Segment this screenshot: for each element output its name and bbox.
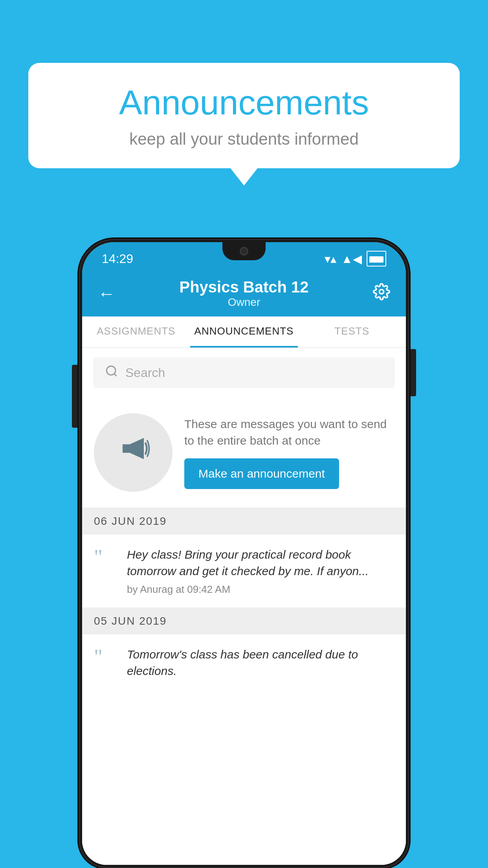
quote-icon-2: "	[94, 649, 117, 666]
announcement-text-2: Tomorrow's class has been cancelled due …	[127, 646, 394, 679]
content-area: Search	[82, 348, 406, 865]
status-icons: ▾▴ ▲◀	[325, 251, 386, 267]
announcement-author-1: by Anurag at 09:42 AM	[127, 583, 394, 596]
date-header-1: 06 JUN 2019	[82, 508, 406, 535]
announcement-item-2: " Tomorrow's class has been cancelled du…	[82, 634, 406, 695]
promo-content: These are messages you want to send to t…	[184, 416, 394, 489]
promo-description: These are messages you want to send to t…	[184, 416, 394, 449]
phone-frame: 14:29 ▾▴ ▲◀ ← Physics Batch 12 Owner	[79, 239, 409, 868]
announcement-text-1: Hey class! Bring your practical record b…	[127, 546, 394, 579]
promo-section: These are messages you want to send to t…	[82, 397, 406, 508]
front-camera	[240, 247, 248, 256]
quote-icon-1: "	[94, 549, 117, 566]
svg-marker-4	[130, 438, 144, 459]
svg-line-2	[114, 374, 117, 376]
settings-icon[interactable]	[373, 283, 390, 304]
bubble-title: Announcements	[52, 83, 436, 123]
tab-announcements[interactable]: ANNOUNCEMENTS	[190, 316, 298, 348]
search-bar[interactable]: Search	[93, 357, 395, 388]
search-placeholder: Search	[125, 366, 165, 380]
date-header-2: 05 JUN 2019	[82, 608, 406, 634]
speech-bubble-section: Announcements keep all your students inf…	[28, 63, 460, 168]
make-announcement-button[interactable]: Make an announcement	[184, 458, 339, 489]
announcement-item-1: " Hey class! Bring your practical record…	[82, 535, 406, 608]
announcement-content-2: Tomorrow's class has been cancelled due …	[127, 646, 394, 683]
app-bar: ← Physics Batch 12 Owner	[82, 270, 406, 316]
speech-bubble: Announcements keep all your students inf…	[28, 63, 460, 168]
bubble-subtitle: keep all your students informed	[52, 130, 436, 149]
back-button[interactable]: ←	[98, 284, 115, 303]
announcement-content-1: Hey class! Bring your practical record b…	[127, 546, 394, 596]
promo-icon-circle	[94, 413, 172, 492]
search-icon	[105, 364, 118, 381]
search-container: Search	[82, 348, 406, 397]
megaphone-icon	[116, 431, 151, 474]
svg-point-1	[106, 366, 116, 375]
tabs-bar: ASSIGNMENTS ANNOUNCEMENTS TESTS	[82, 316, 406, 348]
phone-notch	[222, 242, 266, 260]
status-time: 14:29	[102, 252, 133, 266]
wifi-icon: ▾▴	[325, 252, 336, 266]
app-bar-title-section: Physics Batch 12 Owner	[115, 278, 373, 309]
svg-marker-3	[123, 444, 130, 453]
battery-icon	[367, 251, 386, 267]
signal-icon: ▲◀	[341, 252, 362, 266]
svg-point-0	[380, 289, 384, 294]
tab-assignments[interactable]: ASSIGNMENTS	[82, 316, 190, 348]
phone-screen: 14:29 ▾▴ ▲◀ ← Physics Batch 12 Owner	[82, 242, 406, 865]
tab-tests[interactable]: TESTS	[298, 316, 406, 348]
batch-subtitle: Owner	[115, 296, 373, 309]
batch-title: Physics Batch 12	[115, 278, 373, 296]
